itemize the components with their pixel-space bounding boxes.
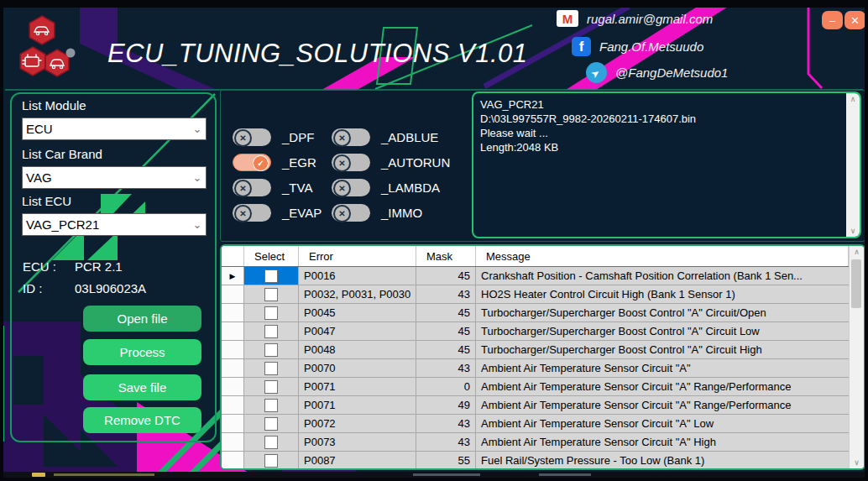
facebook-icon: f xyxy=(572,37,591,56)
row-checkbox[interactable] xyxy=(264,399,278,412)
table-row[interactable]: P007343Ambient Air Temperature Sensor Ci… xyxy=(222,433,849,452)
select-cell xyxy=(244,396,299,414)
cutoff-text xyxy=(413,473,480,476)
table-header-row: SelectErrorMaskMessage xyxy=(222,246,849,267)
table-scrollbar[interactable]: ∧ ∨ xyxy=(849,246,864,468)
list-car-brand-dropdown[interactable]: VAG⌄ xyxy=(22,166,207,189)
column-header-mask[interactable]: Mask xyxy=(416,246,476,266)
list-car-brand-label: List Car Brand xyxy=(22,147,207,161)
toggle-label: _DPF xyxy=(282,130,314,144)
cutoff-text xyxy=(539,473,591,476)
toggle-evap-switch[interactable]: ✕ xyxy=(233,204,271,222)
toggle-dpf-switch[interactable]: ✕ xyxy=(233,128,271,146)
row-checkbox[interactable] xyxy=(264,417,278,431)
toggle-lambda-switch[interactable]: ✕ xyxy=(332,179,370,196)
info-label: ID : xyxy=(23,281,75,295)
select-cell xyxy=(244,452,299,469)
toggle-egr: ✓_EGR xyxy=(233,149,332,175)
cross-icon: ✕ xyxy=(234,129,252,147)
info-label: ECU : xyxy=(23,259,75,274)
log-output[interactable]: VAG_PCR21D:\03L997557R_9982-20260211-174… xyxy=(472,91,861,238)
row-checkbox[interactable] xyxy=(264,436,278,449)
column-header-select[interactable]: Select xyxy=(244,246,299,266)
table-row[interactable]: ▶P001645Crankshaft Position - Camshaft P… xyxy=(222,267,849,285)
toggle-immo-switch[interactable]: ✕ xyxy=(332,204,370,222)
error-cell: P0045 xyxy=(299,304,416,322)
scroll-down-icon[interactable]: ∨ xyxy=(850,225,856,237)
select-cell xyxy=(244,378,299,395)
row-header-cell xyxy=(222,452,244,469)
row-checkbox[interactable] xyxy=(264,343,278,357)
row-checkbox[interactable] xyxy=(264,325,278,338)
message-cell: Ambient Air Temperature Sensor Circuit "… xyxy=(476,378,849,395)
toggle-autorun-switch[interactable]: ✕ xyxy=(332,154,370,171)
contact-telegram[interactable]: ➤@FangDeMetsudo1 xyxy=(586,62,728,83)
open-file-button[interactable]: Open file xyxy=(83,306,201,332)
message-cell: Ambient Air Temperature Sensor Circuit "… xyxy=(476,359,849,377)
select-cell xyxy=(244,359,299,377)
table-row[interactable]: P007243Ambient Air Temperature Sensor Ci… xyxy=(222,415,849,433)
list-module-dropdown[interactable]: ECU⌄ xyxy=(22,118,207,140)
cross-icon: ✕ xyxy=(234,205,252,222)
toggle-label: _EGR xyxy=(282,155,316,170)
save-file-button[interactable]: Save file xyxy=(83,374,201,400)
app-window: ECU_TUNING_SOLUTIONS V1.01 Mrugal.amir@g… xyxy=(0,0,868,481)
combo-block-list-ecu: List ECUVAG_PCR21⌄ xyxy=(22,194,207,236)
telegram-glyph: ➤ xyxy=(589,65,603,80)
table-row[interactable]: P004745Turbocharger/Supercharger Boost C… xyxy=(222,322,849,341)
toggle-tva-switch[interactable]: ✕ xyxy=(233,179,271,196)
table-row[interactable]: P004545Turbocharger/Supercharger Boost C… xyxy=(222,304,849,322)
mask-cell: 45 xyxy=(416,341,476,358)
cross-icon: ✕ xyxy=(333,205,351,222)
row-checkbox[interactable] xyxy=(264,454,278,468)
message-cell: Turbocharger/Supercharger Boost Control … xyxy=(476,322,849,340)
contact-gmail[interactable]: Mrugal.amir@gmail.com xyxy=(557,10,713,27)
toggle-adblue-switch[interactable]: ✕ xyxy=(332,128,370,146)
minimize-button[interactable]: – xyxy=(822,11,843,29)
table-row[interactable]: P00710Ambient Air Temperature Sensor Cir… xyxy=(222,378,849,396)
toggle-label: _ADBLUE xyxy=(381,130,438,144)
log-line: Length:2048 KB xyxy=(480,140,839,154)
combo-block-list-car-brand: List Car BrandVAG⌄ xyxy=(22,147,207,189)
table-row[interactable]: P007149Ambient Air Temperature Sensor Ci… xyxy=(222,396,849,415)
message-cell: HO2S Heater Control Circuit High (Bank 1… xyxy=(476,285,849,303)
app-logo xyxy=(15,13,91,91)
scroll-up-icon[interactable]: ∧ xyxy=(854,246,860,258)
column-header-message[interactable]: Message xyxy=(476,246,849,266)
log-line: D:\03L997557R_9982-20260211-174607.bin xyxy=(480,112,839,126)
list-ecu-dropdown[interactable]: VAG_PCR21⌄ xyxy=(22,213,207,236)
toggle-label: _LAMBDA xyxy=(381,180,440,195)
toggle-tva: ✕_TVA xyxy=(233,175,332,200)
toggle-egr-switch[interactable]: ✓ xyxy=(233,154,271,171)
message-cell: Turbocharger/Supercharger Boost Control … xyxy=(476,304,849,322)
select-cell xyxy=(244,285,299,303)
scroll-down-icon[interactable]: ∨ xyxy=(854,457,860,468)
table-row[interactable]: P007043Ambient Air Temperature Sensor Ci… xyxy=(222,359,849,378)
row-checkbox[interactable] xyxy=(264,288,278,301)
row-header-cell xyxy=(222,246,244,266)
close-button[interactable]: ✕ xyxy=(844,11,865,29)
process-button[interactable]: Process xyxy=(83,339,201,365)
column-header-error[interactable]: Error xyxy=(299,246,416,266)
remove-dtc-button[interactable]: Remove DTC xyxy=(83,407,201,433)
scrollbar-thumb[interactable] xyxy=(851,259,861,308)
row-checkbox[interactable] xyxy=(264,362,278,375)
contact-facebook[interactable]: fFang.Of.Metsuudo xyxy=(572,37,703,56)
table-row[interactable]: P0032, P0031, P003043HO2S Heater Control… xyxy=(222,285,849,304)
cross-icon: ✕ xyxy=(234,180,252,197)
select-cell xyxy=(244,415,299,432)
info-value: 03L906023A xyxy=(75,281,146,295)
row-header-cell xyxy=(222,378,244,395)
log-line: Please wait ... xyxy=(480,126,839,140)
error-cell: P0048 xyxy=(299,341,416,358)
error-cell: P0070 xyxy=(299,359,416,377)
table-row[interactable]: P004845Turbocharger/Supercharger Boost C… xyxy=(222,341,849,359)
folder-icon xyxy=(32,473,45,477)
row-checkbox[interactable] xyxy=(264,269,278,283)
error-cell: P0072 xyxy=(299,415,416,432)
row-checkbox[interactable] xyxy=(264,306,278,320)
scroll-up-icon[interactable]: ∧ xyxy=(850,93,856,105)
row-checkbox[interactable] xyxy=(264,380,278,394)
log-scrollbar[interactable]: ∧ ∨ xyxy=(846,93,860,237)
table-row[interactable]: P008755Fuel Rail/System Pressure - Too L… xyxy=(222,452,849,470)
